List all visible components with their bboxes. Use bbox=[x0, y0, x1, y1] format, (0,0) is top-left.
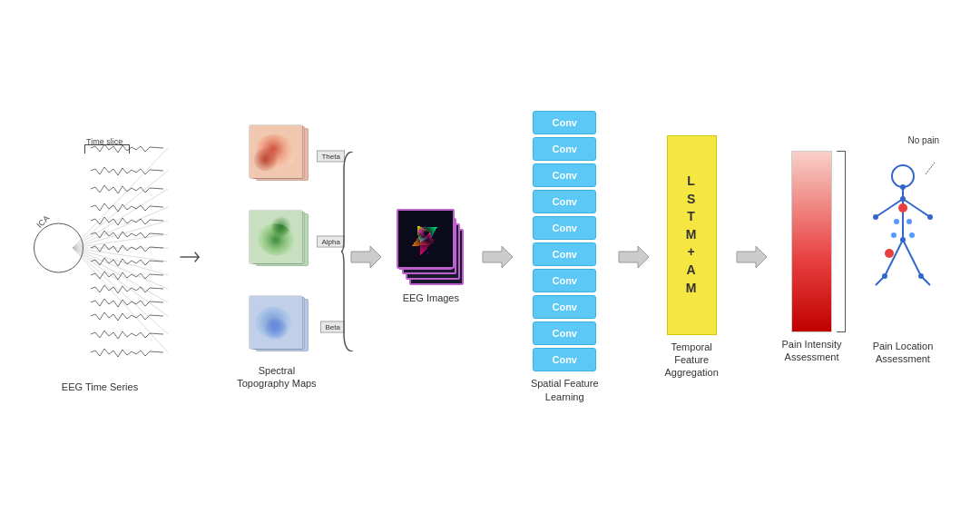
maps-group: Theta Alpha Beta bbox=[245, 124, 318, 359]
arrow-3 bbox=[478, 239, 514, 275]
conv-block-2: Conv bbox=[533, 137, 596, 161]
svg-point-34 bbox=[885, 249, 894, 258]
svg-marker-17 bbox=[737, 246, 767, 268]
eeg-images-label: EEG Images bbox=[403, 292, 459, 304]
lstm-text: L bbox=[687, 173, 696, 191]
svg-line-13 bbox=[73, 248, 168, 352]
svg-line-3 bbox=[73, 207, 168, 248]
lstm-text-t: T bbox=[687, 208, 696, 226]
spatial-learning-label: Spatial Feature Learning bbox=[524, 377, 605, 403]
svg-point-29 bbox=[927, 214, 933, 220]
svg-point-36 bbox=[906, 219, 912, 224]
svg-line-7 bbox=[73, 248, 168, 262]
svg-line-8 bbox=[73, 248, 168, 275]
diagram: Time slice ICA bbox=[9, 12, 971, 502]
svg-point-33 bbox=[898, 203, 907, 213]
theta-map-row: Theta bbox=[245, 124, 318, 188]
beta-map-row: Beta bbox=[245, 295, 318, 359]
pain-figure-svg bbox=[862, 149, 944, 331]
conv-block-10: Conv bbox=[533, 348, 596, 371]
eeg-brain: Time slice ICA bbox=[32, 121, 168, 375]
svg-line-22 bbox=[885, 240, 903, 276]
lstm-text-plus: + bbox=[688, 243, 696, 262]
svg-line-39 bbox=[926, 163, 935, 174]
svg-marker-16 bbox=[619, 246, 649, 268]
pain-bar bbox=[791, 151, 832, 332]
svg-line-4 bbox=[73, 221, 168, 248]
spectral-maps-section: Theta Alpha Beta bbox=[213, 124, 340, 390]
conv-block-7: Conv bbox=[533, 269, 596, 292]
conv-block-1: Conv bbox=[533, 111, 596, 134]
svg-point-30 bbox=[900, 237, 906, 242]
arrow-5 bbox=[732, 239, 769, 275]
svg-point-38 bbox=[909, 232, 915, 238]
eeg-images-section: EEG Images bbox=[390, 209, 472, 304]
arrow-1 bbox=[177, 243, 208, 271]
conv-block-3: Conv bbox=[533, 163, 596, 187]
svg-point-32 bbox=[918, 273, 924, 279]
conv-block-4: Conv bbox=[533, 190, 596, 213]
eeg-lines-svg bbox=[73, 121, 168, 375]
svg-line-10 bbox=[73, 248, 168, 302]
svg-point-26 bbox=[900, 184, 906, 190]
arrow-4 bbox=[614, 239, 651, 275]
lstm-text-m2: M bbox=[686, 280, 698, 298]
lstm-text-a: A bbox=[687, 262, 697, 280]
temporal-aggregation-label: Temporal Feature Aggregation bbox=[658, 341, 726, 380]
conv-block-5: Conv bbox=[533, 216, 596, 240]
lstm-text-s: S bbox=[687, 191, 696, 209]
eeg-time-series-section: Time slice ICA bbox=[27, 121, 172, 393]
svg-point-27 bbox=[900, 196, 906, 202]
svg-point-28 bbox=[873, 214, 878, 220]
pain-location-label: Pain Location Assessment bbox=[862, 340, 944, 366]
no-pain-label: No pain bbox=[908, 135, 939, 145]
pain-intensity-section: Pain Intensity Assessment bbox=[776, 151, 848, 364]
conv-block-8: Conv bbox=[533, 295, 596, 319]
svg-marker-15 bbox=[483, 246, 513, 268]
lstm-text-m: M bbox=[686, 226, 698, 244]
conv-stack: Conv Conv Conv Conv Conv Conv Conv Conv … bbox=[533, 111, 596, 371]
stacked-images bbox=[397, 209, 465, 286]
svg-line-9 bbox=[73, 248, 168, 289]
lstm-block: L S T M + A M bbox=[667, 135, 717, 335]
conv-block-6: Conv bbox=[533, 242, 596, 266]
svg-line-11 bbox=[73, 248, 168, 316]
pain-location-section: No pain bbox=[853, 149, 953, 366]
pain-intensity-label: Pain Intensity Assessment bbox=[776, 338, 848, 364]
conv-block-9: Conv bbox=[533, 321, 596, 345]
eeg-time-series-label: EEG Time Series bbox=[62, 381, 138, 393]
lstm-section: L S T M + A M Temporal Feature Aggregati… bbox=[658, 135, 726, 380]
curly-brace bbox=[340, 152, 357, 351]
alpha-map-row: Alpha bbox=[245, 210, 318, 273]
svg-point-18 bbox=[892, 165, 914, 187]
svg-point-35 bbox=[894, 219, 899, 224]
pain-bracket bbox=[837, 151, 846, 332]
spectral-maps-label: Spectral Topography Maps bbox=[236, 364, 318, 390]
svg-point-31 bbox=[882, 273, 887, 279]
svg-line-23 bbox=[903, 240, 921, 276]
svg-point-37 bbox=[891, 232, 897, 238]
conv-section: Conv Conv Conv Conv Conv Conv Conv Conv … bbox=[522, 111, 608, 403]
